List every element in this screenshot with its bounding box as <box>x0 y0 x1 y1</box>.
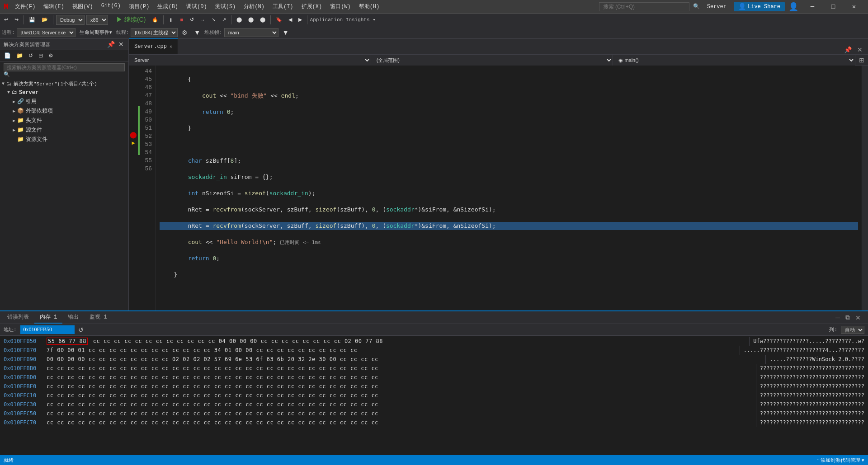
menu-test[interactable]: 测试(S) <box>212 2 240 11</box>
step-over-button[interactable]: → <box>198 16 208 24</box>
menu-build[interactable]: 生成(B) <box>154 2 182 11</box>
stack-filter-button[interactable]: ▼ <box>280 28 291 38</box>
col-select[interactable]: 自动 <box>841 326 864 334</box>
close-button[interactable]: ✕ <box>844 0 864 14</box>
marker-45 <box>129 74 138 82</box>
continue-button[interactable]: ▶ 继续(C) <box>114 14 148 25</box>
sidebar-pin-button[interactable]: 📌 <box>106 40 116 49</box>
menu-debug[interactable]: 调试(D) <box>183 2 211 11</box>
menu-analyze[interactable]: 分析(N) <box>240 2 268 11</box>
search-box[interactable] <box>599 2 689 11</box>
tab-memory-1[interactable]: 内存 1 <box>34 311 62 324</box>
collapse-all-button[interactable]: ⊟ <box>36 51 45 60</box>
sidebar-item-source[interactable]: ▶ 📁 源文件 <box>0 125 128 135</box>
tab-output[interactable]: 输出 <box>62 311 84 324</box>
selected-bytes: 55 66 77 88 <box>47 338 88 345</box>
function-select[interactable]: ◉ main() <box>613 55 855 66</box>
refresh-memory-button[interactable]: ↺ <box>78 326 84 333</box>
tab-server-cpp-label: Server.cpp <box>134 43 167 50</box>
sidebar-item-headers[interactable]: ▶ 📁 头文件 <box>0 116 128 125</box>
bookmark-button[interactable]: 🔖 <box>274 15 284 24</box>
pause-button[interactable]: ⏸ <box>166 16 176 24</box>
editor-pin-button[interactable]: 📌 <box>842 45 854 54</box>
maximize-button[interactable]: □ <box>823 0 844 14</box>
mem-bytes-3: cc cc cc cc cc cc cc cc cc cc cc cc cc c… <box>47 364 756 373</box>
new-folder-button[interactable]: 📁 <box>14 51 25 60</box>
minimize-button[interactable]: ─ <box>802 0 823 14</box>
sidebar-close-button[interactable]: ✕ <box>118 40 125 49</box>
code-nav: Server (全局范围) ◉ main() ⊞ <box>129 55 868 66</box>
redo-button[interactable]: ↪ <box>12 15 21 24</box>
code-line-47: } <box>160 124 858 132</box>
ext-arrow: ▶ <box>13 108 15 114</box>
nav-back-button[interactable]: ◀ <box>286 15 294 24</box>
breakpoints-button[interactable]: ⬤ <box>246 15 256 24</box>
restart-button[interactable]: ↺ <box>188 15 196 24</box>
sidebar-item-resources[interactable]: ▶ 📁 资源文件 <box>0 135 128 144</box>
new-file-button[interactable]: 📄 <box>2 51 13 60</box>
toolbar-separator-7 <box>307 15 307 24</box>
stack-select[interactable]: main <box>224 28 278 37</box>
memory-content[interactable]: 0x010FFB50 55 66 77 88 cc cc cc cc cc cc… <box>0 336 868 455</box>
context-select[interactable]: (全局范围) <box>371 55 613 66</box>
panel-float-button[interactable]: ⧉ <box>844 313 852 322</box>
scope-select[interactable]: Server <box>129 55 371 66</box>
step-into-button[interactable]: ↘ <box>209 15 218 24</box>
toolbar-separator-6 <box>270 15 271 24</box>
breakpoints2-button[interactable]: ⬤ <box>258 15 268 24</box>
filter-button[interactable]: ⚙ <box>179 28 190 38</box>
debug-config-select[interactable]: Debug <box>56 15 85 25</box>
save-button[interactable]: 💾 <box>27 15 38 24</box>
ref-icon: 🔗 <box>17 98 24 105</box>
solution-node[interactable]: ▼ 🗂 解决方案"Server"(1个项目/共1个) <box>0 80 128 88</box>
sidebar-item-ref[interactable]: ▶ 🔗 引用 <box>0 97 128 106</box>
tab-error-list[interactable]: 错误列表 <box>2 311 34 324</box>
memory-address-input[interactable]: 0x010FFB50 <box>20 325 75 334</box>
debug-bar: 进程: [0x61C4] Server.exe 生命周期事件▾ 线程: [0xD… <box>0 26 868 39</box>
line-num-55: 55 <box>143 157 152 165</box>
sidebar-search-input[interactable] <box>4 63 125 71</box>
tab-server-cpp-close[interactable]: ✕ <box>170 44 172 49</box>
menu-project[interactable]: 项目(P) <box>125 2 153 11</box>
editor-scrollbar[interactable] <box>862 66 868 310</box>
menu-git[interactable]: Git(G) <box>98 2 124 11</box>
memory-row-3: 0x010FFBB0 cc cc cc cc cc cc cc cc cc cc… <box>0 364 868 373</box>
menu-help[interactable]: 帮助(H) <box>355 2 383 11</box>
menu-extensions[interactable]: 扩展(X) <box>298 2 326 11</box>
code-editor[interactable]: ⬤ ▶ <box>129 66 868 310</box>
menu-edit[interactable]: 编辑(E) <box>40 2 68 11</box>
line-num-56: 56 <box>143 165 152 173</box>
menu-file[interactable]: 文件(F) <box>11 2 39 11</box>
refresh-tree-button[interactable]: ↺ <box>26 51 35 60</box>
menu-view[interactable]: 视图(V) <box>69 2 97 11</box>
platform-select[interactable]: x86 <box>86 15 108 25</box>
live-share-button[interactable]: 👤 Live Share <box>734 2 785 11</box>
menu-tools[interactable]: 工具(T) <box>269 2 297 11</box>
nav-expand-button[interactable]: ⊞ <box>855 56 868 64</box>
thread-select[interactable]: [0xD84] 主线程 <box>131 28 178 37</box>
panel-collapse-button[interactable]: ─ <box>834 313 842 322</box>
project-node[interactable]: ▼ 🗂 Server <box>0 88 128 97</box>
add-to-source-control-button[interactable]: ↑ 添加到源代码管理 ▾ <box>816 457 864 464</box>
tab-server-cpp[interactable]: Server.cpp ✕ <box>129 38 178 54</box>
lifecycle-button[interactable]: 生命周期事件▾ <box>77 28 114 37</box>
stop-button[interactable]: ■ <box>178 15 185 24</box>
code-line-54: cout << "Hello World!\n";已用时间 <= 1ms <box>160 238 858 246</box>
menu-window[interactable]: 窗口(W) <box>326 2 354 11</box>
breakpoint-button[interactable]: ⬤ <box>234 15 244 24</box>
editor-close-button[interactable]: ✕ <box>855 45 864 54</box>
hdr-arrow: ▶ <box>13 118 15 123</box>
settings-button[interactable]: ⚙ <box>46 51 56 60</box>
tab-watch-1[interactable]: 监视 1 <box>84 311 112 324</box>
sidebar-item-external[interactable]: ▶ 📦 外部依赖项 <box>0 106 128 116</box>
undo-button[interactable]: ↩ <box>2 15 10 24</box>
filter2-button[interactable]: ▼ <box>192 28 203 38</box>
code-line-51: int nSizeofSi = sizeof(sockaddr_in); <box>160 189 858 197</box>
code-content[interactable]: { cout << "bind 失败" << endl; return 0; }… <box>156 66 862 310</box>
step-out-button[interactable]: ↗ <box>220 15 228 24</box>
open-button[interactable]: 📂 <box>39 15 50 24</box>
nav-forward-button[interactable]: ▶ <box>296 15 304 24</box>
fire-button[interactable]: 🔥 <box>150 15 160 24</box>
panel-close-button[interactable]: ✕ <box>854 313 863 322</box>
process-select[interactable]: [0x61C4] Server.exe <box>17 28 75 37</box>
